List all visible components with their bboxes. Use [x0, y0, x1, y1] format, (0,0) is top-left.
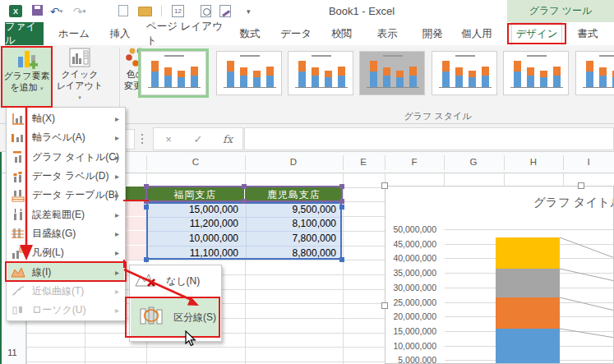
submenu-arrow-icon: ▸ — [115, 172, 119, 181]
print-preview-icon[interactable] — [201, 5, 211, 17]
chart-resize-handle[interactable] — [381, 302, 388, 309]
contextual-tab-header: グラフ ツール — [507, 0, 614, 22]
submenu-item-series-lines[interactable]: 区分線(S) — [131, 297, 220, 338]
blue-handle[interactable] — [339, 257, 344, 262]
column-header-h[interactable]: H — [517, 157, 550, 167]
column-header-e[interactable]: E — [347, 157, 380, 167]
tab-file[interactable]: ファイル — [5, 22, 44, 45]
chart-style-3[interactable] — [288, 51, 353, 95]
chart-style-7[interactable] — [575, 51, 614, 95]
undo-icon[interactable]: ↶▾ — [50, 5, 62, 17]
submenu-item-none[interactable]: なし(N) — [131, 269, 220, 293]
trendline-icon — [11, 284, 25, 297]
cancel-icon[interactable]: × — [154, 133, 183, 145]
menu-item-legend[interactable]: 凡例(L)▸ — [7, 243, 124, 262]
dropdown-caret-icon: ▾ — [40, 85, 44, 91]
tab-design[interactable]: デザイン — [511, 22, 562, 45]
add-chart-element-icon — [16, 47, 39, 70]
cell-c5[interactable]: 15,000,000 — [148, 203, 238, 218]
purple-handle[interactable] — [144, 199, 149, 204]
column-header-c[interactable]: C — [179, 157, 212, 167]
tab-data[interactable]: データ — [278, 22, 314, 45]
menu-item-gridlines[interactable]: 目盛線(G)▸ — [7, 224, 124, 243]
cell-d8[interactable]: 8,800,000 — [246, 247, 336, 261]
redo-icon[interactable]: ↷▾ — [73, 5, 85, 17]
tab-insert[interactable]: 挿入 — [105, 22, 135, 45]
cell-c6[interactable]: 11,200,000 — [148, 217, 238, 232]
submenu-arrow-icon: ▸ — [115, 248, 119, 257]
menu-item-axes[interactable]: 軸(X)▸ — [7, 109, 124, 128]
chart-resize-handle[interactable] — [381, 182, 388, 189]
add-chart-element-button[interactable]: グラフ要素 を追加 ▾ — [2, 47, 51, 108]
quick-layout-icon — [69, 47, 90, 68]
cell-c8[interactable]: 11,100,000 — [148, 247, 238, 261]
cell-d6[interactable]: 8,100,000 — [246, 217, 336, 232]
edit-document-icon[interactable] — [219, 5, 231, 17]
purple-handle[interactable] — [144, 184, 149, 189]
column-header-d[interactable]: D — [277, 157, 310, 167]
blue-handle[interactable] — [339, 205, 344, 210]
paste-12-icon[interactable]: 12 — [172, 5, 184, 17]
menu-item-axis-titles[interactable]: 軸ラベル(A)▸ — [7, 128, 124, 147]
lines-submenu: なし(N) 区分線(S) — [129, 265, 222, 342]
tab-personal[interactable]: 個人用 — [459, 22, 495, 45]
column-header-i[interactable]: I — [572, 157, 605, 167]
cell-d7[interactable]: 7,800,000 — [246, 232, 336, 247]
name-box[interactable] — [125, 129, 135, 150]
menu-item-data-labels[interactable]: データ ラベル(D)▸ — [7, 167, 124, 186]
chart-resize-handle[interactable] — [578, 182, 584, 189]
purple-handle[interactable] — [339, 199, 344, 204]
series-lines — [385, 187, 614, 364]
tab-formulas[interactable]: 数式 — [234, 22, 265, 45]
purple-handle[interactable] — [242, 199, 247, 204]
chart-title-icon — [11, 150, 25, 164]
save-icon[interactable] — [32, 5, 43, 16]
mouse-cursor — [185, 330, 198, 348]
row-header-11[interactable]: 11 — [2, 348, 23, 357]
data-table-icon — [11, 189, 25, 202]
submenu-arrow-icon: ▸ — [115, 306, 119, 315]
menu-item-lines[interactable]: 線(I)▸ — [7, 262, 124, 281]
cell-c7[interactable]: 10,000,000 — [148, 232, 238, 247]
series-lines-icon — [139, 306, 164, 329]
submenu-arrow-icon: ▸ — [115, 191, 119, 200]
category-cells-sliver — [126, 202, 146, 260]
enter-icon[interactable]: ✓ — [183, 133, 213, 145]
blue-handle[interactable] — [144, 205, 149, 210]
qat-more-icon[interactable]: ▾ — [247, 5, 251, 17]
column-header-f[interactable]: F — [398, 157, 431, 167]
purple-handle[interactable] — [242, 184, 247, 189]
new-document-icon[interactable] — [118, 5, 128, 16]
open-folder-icon[interactable] — [138, 7, 152, 16]
tab-home[interactable]: ホーム — [58, 22, 90, 45]
chart-style-4[interactable] — [359, 51, 425, 95]
chart-style-1[interactable] — [141, 51, 206, 95]
tab-review[interactable]: 校閲 — [325, 22, 358, 45]
qat-separator — [161, 6, 162, 16]
menu-item-up-down-bars: ローソク(U)▸ — [7, 301, 124, 320]
data-labels-icon — [11, 170, 25, 183]
column-header-g[interactable]: G — [457, 157, 490, 167]
chart-object[interactable]: グラフ タイトル 50,000,000 45,000,000 40,000,00… — [385, 186, 614, 364]
no-lines-icon — [135, 272, 156, 291]
blue-handle[interactable] — [144, 257, 149, 262]
tab-view[interactable]: 表示 — [372, 22, 403, 45]
cell-d5[interactable]: 9,500,000 — [246, 203, 336, 218]
legend-icon — [11, 247, 25, 260]
tab-page-layout[interactable]: ページ レイアウト — [146, 22, 224, 45]
menu-item-chart-title[interactable]: グラフ タイトル(C)▸ — [7, 148, 124, 167]
purple-handle[interactable] — [339, 184, 344, 189]
tab-developer[interactable]: 開発 — [416, 22, 449, 45]
tab-format[interactable]: 書式 — [572, 22, 603, 45]
formula-input[interactable] — [244, 127, 614, 150]
menu-item-data-table[interactable]: データ テーブル(B)▸ — [7, 186, 124, 205]
quick-layout-button[interactable]: クイック レイアウト ▾ — [54, 47, 105, 108]
chart-style-2[interactable] — [216, 51, 282, 95]
submenu-arrow-icon: ▸ — [115, 268, 119, 277]
chart-style-6[interactable] — [503, 51, 569, 95]
menu-item-error-bars[interactable]: 誤差範囲(E)▸ — [7, 205, 124, 224]
chart-style-5[interactable] — [432, 51, 497, 95]
insert-function-icon[interactable]: fx — [213, 133, 242, 145]
window-left-edge — [0, 152, 2, 364]
group-label-chart-styles: グラフ スタイル — [353, 110, 522, 122]
